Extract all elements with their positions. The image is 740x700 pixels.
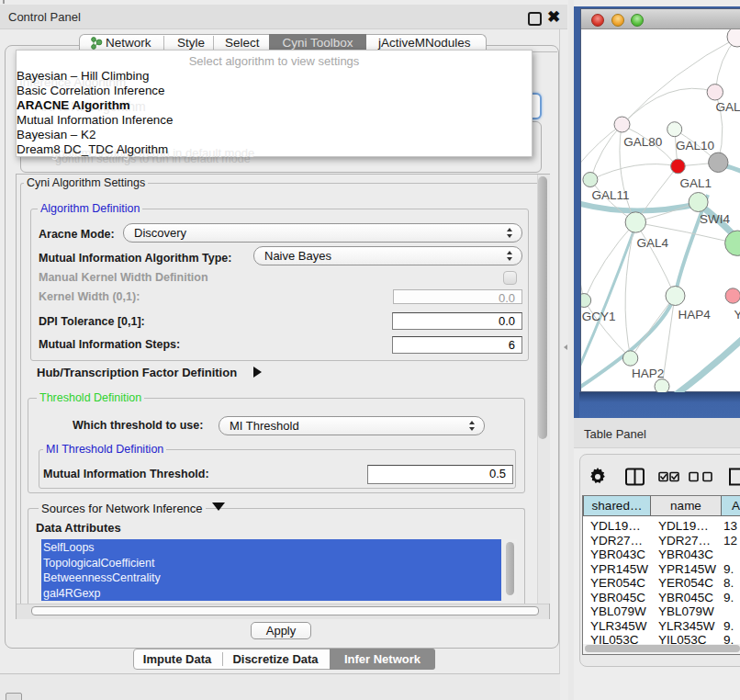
svg-text:GAL11: GAL11	[592, 188, 630, 202]
svg-text:GAL1: GAL1	[679, 176, 712, 190]
svg-text:HAP4: HAP4	[678, 308, 711, 322]
svg-text:GAL10: GAL10	[676, 139, 714, 152]
svg-text:GAL80: GAL80	[623, 135, 662, 149]
svg-text:HAP2: HAP2	[632, 367, 664, 380]
svg-text:YD: YD	[734, 308, 740, 322]
svg-text:SWI4: SWI4	[700, 212, 730, 226]
svg-text:GAL7: GAL7	[715, 100, 740, 114]
svg-text:GAL4: GAL4	[637, 236, 669, 250]
svg-text:GCY1: GCY1	[582, 310, 616, 323]
